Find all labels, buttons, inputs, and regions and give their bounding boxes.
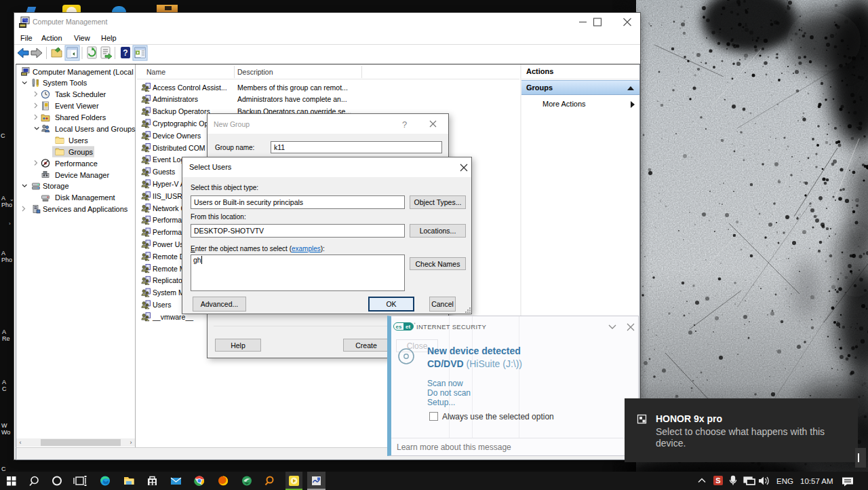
svg-text:Task Scheduler: Task Scheduler	[55, 90, 106, 98]
svg-text:Users: Users	[68, 136, 88, 145]
svg-text:Disk Management: Disk Management	[55, 193, 115, 202]
svg-text:Groups: Groups	[68, 148, 94, 156]
svg-text:Users: Users	[153, 301, 171, 309]
svg-text:Backup Operators: Backup Operators	[153, 107, 210, 115]
svg-text:Performance: Performance	[55, 159, 98, 168]
svg-text:ENG: ENG	[776, 477, 793, 485]
svg-text:Computer Management (Local: Computer Management (Local	[33, 68, 134, 76]
svg-text:Event Viewer: Event Viewer	[55, 102, 99, 110]
svg-text:Members of this group can remo: Members of this group can remot...	[237, 83, 348, 92]
svg-text:Administrators have complete a: Administrators have complete an...	[237, 95, 347, 103]
svg-text:Replicator: Replicator	[153, 276, 185, 284]
svg-text:Local Users and Groups: Local Users and Groups	[55, 125, 136, 133]
svg-text:Services and Applications: Services and Applications	[43, 205, 128, 213]
svg-text:S: S	[715, 476, 720, 485]
svg-text:Storage: Storage	[43, 182, 69, 190]
svg-text:et: et	[406, 324, 410, 330]
svg-text:Guests: Guests	[153, 168, 175, 176]
svg-text:System Tools: System Tools	[43, 79, 87, 87]
svg-text:Access Control Assist...: Access Control Assist...	[153, 83, 227, 92]
svg-text:es: es	[396, 324, 402, 330]
svg-text:Device Manager: Device Manager	[55, 171, 109, 179]
svg-text:10:57 AM: 10:57 AM	[800, 477, 833, 485]
svg-text:Device Owners: Device Owners	[153, 132, 201, 140]
svg-text:Shared Folders: Shared Folders	[55, 113, 106, 121]
svg-text:Administrators: Administrators	[153, 95, 198, 103]
